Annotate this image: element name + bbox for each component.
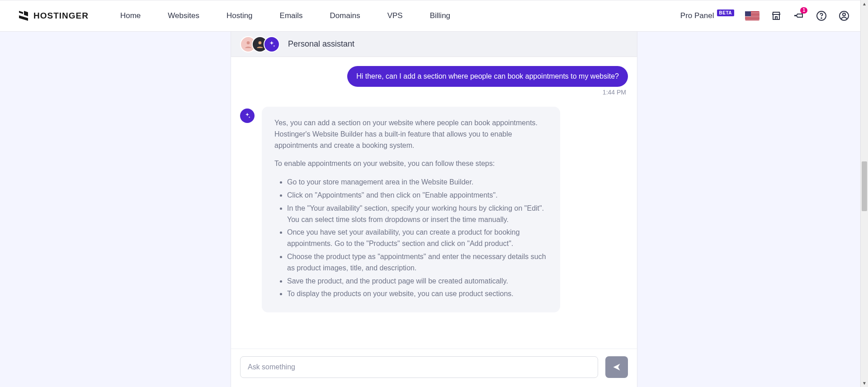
scroll-down-arrow-icon[interactable]: ▼ (861, 379, 868, 387)
chat-panel: Personal assistant Hi there, can I add a… (231, 32, 637, 387)
scroll-thumb[interactable] (862, 161, 867, 211)
svg-point-5 (259, 41, 262, 44)
top-navbar: HOSTINGER Home Websites Hosting Emails D… (0, 0, 868, 32)
svg-point-1 (821, 18, 822, 19)
pro-panel-label: Pro Panel (680, 11, 714, 20)
assistant-step: Click on "Appointments" and then click o… (287, 190, 547, 201)
assistant-step: Go to your store management area in the … (287, 177, 547, 188)
nav-websites[interactable]: Websites (168, 11, 199, 20)
user-message-bubble: Hi there, can I add a section where peop… (347, 66, 628, 87)
chat-input-row (231, 349, 637, 387)
page-scrollbar[interactable]: ▲ ▼ (860, 0, 868, 387)
scroll-track[interactable] (861, 8, 868, 379)
nav-domains[interactable]: Domains (330, 11, 360, 20)
account-icon[interactable] (838, 10, 850, 22)
notifications-count: 1 (800, 7, 807, 14)
chat-input[interactable] (240, 356, 598, 378)
assistant-intro-text: Yes, you can add a section on your websi… (274, 118, 547, 151)
assistant-step: Save the product, and the product page w… (287, 276, 547, 287)
chat-title: Personal assistant (288, 39, 354, 49)
avatar-stack (240, 36, 280, 52)
nav-billing[interactable]: Billing (430, 11, 450, 20)
nav-vps[interactable]: VPS (387, 11, 403, 20)
svg-point-4 (247, 41, 250, 44)
secondary-nav: Pro Panel BETA 1 (680, 10, 850, 22)
marketplace-icon[interactable] (770, 10, 782, 22)
assistant-step: To display the products on your website,… (287, 288, 547, 300)
send-icon (612, 363, 621, 372)
assistant-step: In the "Your availability" section, spec… (287, 203, 547, 226)
assistant-message-bubble: Yes, you can add a section on your websi… (262, 107, 560, 312)
beta-badge: BETA (717, 9, 734, 16)
page-body: Personal assistant Hi there, can I add a… (0, 32, 868, 387)
send-button[interactable] (605, 356, 628, 378)
nav-emails[interactable]: Emails (280, 11, 303, 20)
primary-nav: Home Websites Hosting Emails Domains VPS… (120, 11, 680, 20)
brand-logo[interactable]: HOSTINGER (18, 10, 89, 22)
help-icon[interactable] (816, 10, 827, 22)
user-message-row: Hi there, can I add a section where peop… (240, 66, 628, 87)
nav-hosting[interactable]: Hosting (226, 11, 253, 20)
ai-avatar (264, 36, 280, 52)
assistant-step: Once you have set your availability, you… (287, 227, 547, 250)
chat-header: Personal assistant (231, 32, 637, 57)
assistant-avatar-icon (240, 109, 255, 123)
scroll-up-arrow-icon[interactable]: ▲ (861, 0, 868, 8)
nav-home[interactable]: Home (120, 11, 141, 20)
svg-point-3 (843, 13, 845, 16)
assistant-message-row: Yes, you can add a section on your websi… (240, 107, 628, 312)
message-timestamp: 1:44 PM (240, 89, 628, 96)
language-flag-icon[interactable] (745, 11, 760, 20)
assistant-steps-lead: To enable appointments on your website, … (274, 158, 547, 170)
pro-panel-link[interactable]: Pro Panel BETA (680, 11, 734, 20)
notifications-icon[interactable]: 1 (793, 10, 805, 22)
assistant-step: Choose the product type as "appointments… (287, 251, 547, 274)
assistant-steps-list: Go to your store management area in the … (274, 177, 547, 300)
brand-name: HOSTINGER (33, 11, 89, 21)
chat-scroll-area[interactable]: Hi there, can I add a section where peop… (231, 57, 637, 349)
logo-icon (18, 10, 29, 22)
